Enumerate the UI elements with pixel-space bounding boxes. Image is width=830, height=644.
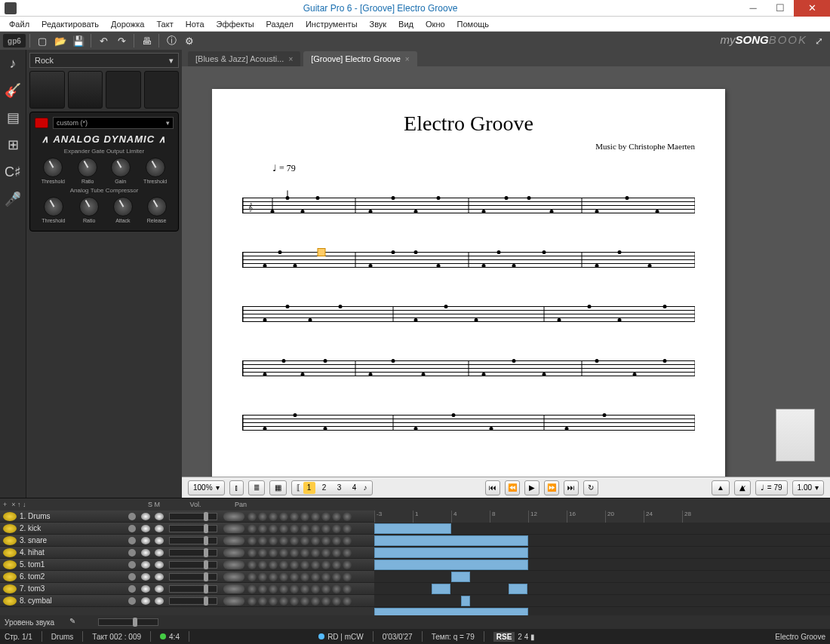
staff-2[interactable]	[242, 238, 695, 283]
eq-knob[interactable]	[258, 548, 267, 557]
pan-knob[interactable]	[223, 596, 244, 606]
solo-button[interactable]	[141, 573, 150, 581]
play-button[interactable]: ▶	[524, 480, 540, 495]
volume-fader[interactable]	[169, 597, 217, 605]
eq-knob[interactable]	[311, 512, 320, 521]
menu-track[interactable]: Дорожка	[105, 18, 150, 30]
knob-threshold-1[interactable]	[43, 158, 63, 177]
eq-knob[interactable]	[332, 536, 341, 545]
track-row[interactable]: 6. tom2	[0, 571, 374, 583]
staff-4[interactable]	[242, 346, 695, 391]
track-color-dot[interactable]	[128, 597, 136, 605]
eq-knob[interactable]	[247, 524, 257, 533]
mute-button[interactable]	[155, 525, 164, 532]
eq-knob[interactable]	[258, 584, 267, 593]
eq-knob[interactable]	[279, 536, 288, 545]
knob-ratio-1[interactable]	[78, 158, 97, 177]
info-icon[interactable]: ⓘ	[163, 33, 180, 48]
close-icon[interactable]: ×	[405, 55, 410, 63]
eq-knob[interactable]	[343, 572, 352, 581]
eq-knob[interactable]	[311, 524, 320, 533]
mixer-icon[interactable]: ⊞	[4, 136, 22, 154]
eq-knob[interactable]	[311, 536, 320, 545]
solo-button[interactable]	[141, 585, 150, 593]
eq-knob[interactable]	[332, 596, 341, 606]
menu-help[interactable]: Помощь	[451, 18, 496, 30]
menu-file[interactable]: Файл	[3, 18, 35, 30]
close-icon[interactable]: ×	[288, 55, 293, 63]
eq-knob[interactable]	[300, 536, 309, 545]
clip[interactable]	[374, 535, 528, 546]
eq-knob[interactable]	[343, 560, 352, 569]
eq-knob[interactable]	[290, 560, 299, 569]
countdown-icon[interactable]: ▲̷	[734, 480, 751, 495]
knob-attack[interactable]	[113, 197, 133, 216]
grid-row[interactable]	[374, 535, 830, 547]
knob-threshold-3[interactable]	[44, 197, 63, 216]
mute-button[interactable]	[155, 549, 164, 557]
eq-knob[interactable]	[258, 596, 267, 606]
pencil-icon[interactable]: ✎	[69, 617, 80, 627]
track-row[interactable]: 4. hihat	[0, 547, 374, 559]
pan-knob[interactable]	[223, 524, 244, 533]
grid-row[interactable]	[374, 595, 830, 607]
volume-fader[interactable]	[169, 549, 217, 557]
eq-knob[interactable]	[269, 524, 278, 533]
arrangement-grid[interactable]: -31481216202428	[374, 511, 830, 615]
bar-navigator[interactable]: ⟦ 1 2 3 4 ♪	[291, 480, 373, 495]
eq-knob[interactable]	[279, 512, 288, 521]
eq-knob[interactable]	[311, 548, 320, 557]
eq-knob[interactable]	[332, 584, 341, 593]
eq-knob[interactable]	[300, 524, 309, 533]
mic-icon[interactable]: 🎤	[4, 190, 22, 208]
pan-knob[interactable]	[223, 560, 244, 569]
track-row[interactable]: 2. kick	[0, 523, 374, 535]
pan-knob[interactable]	[223, 584, 244, 593]
track-color-dot[interactable]	[128, 513, 136, 520]
eq-knob[interactable]	[321, 572, 330, 581]
eq-knob[interactable]	[247, 512, 257, 521]
pan-knob[interactable]	[223, 536, 244, 545]
score-viewport[interactable]: Electro Groove Music by Christophe Maert…	[182, 66, 830, 477]
eq-knob[interactable]	[343, 512, 352, 521]
eq-knob[interactable]	[247, 548, 257, 557]
eq-knob[interactable]	[247, 572, 257, 581]
loop-button[interactable]: ↻	[583, 480, 598, 495]
pedal-icon[interactable]: ▤	[4, 109, 22, 127]
eq-knob[interactable]	[321, 548, 330, 557]
eq-knob[interactable]	[258, 524, 267, 533]
clip[interactable]	[374, 560, 528, 570]
knob-release[interactable]	[147, 197, 167, 216]
fx-preset-select[interactable]: custom (*)▾	[53, 117, 174, 129]
clip[interactable]	[432, 584, 450, 594]
forward-button[interactable]: ⏩	[544, 480, 559, 495]
eq-knob[interactable]	[279, 524, 288, 533]
fx-slot-2[interactable]	[68, 71, 103, 109]
eq-knob[interactable]	[321, 596, 330, 606]
mute-button[interactable]	[155, 561, 164, 569]
clip[interactable]	[509, 584, 527, 594]
speed-field[interactable]: 1.00 ▾	[792, 480, 824, 495]
eq-knob[interactable]	[321, 584, 330, 593]
menu-tools[interactable]: Инструменты	[300, 18, 364, 30]
solo-button[interactable]	[141, 513, 150, 520]
mute-button[interactable]	[155, 537, 164, 544]
close-button[interactable]: ✕	[794, 0, 830, 17]
menu-note[interactable]: Нота	[180, 18, 211, 30]
solo-button[interactable]	[141, 549, 150, 557]
menu-section[interactable]: Раздел	[260, 18, 300, 30]
menu-effects[interactable]: Эффекты	[211, 18, 260, 30]
forward-end-button[interactable]: ⏭	[564, 480, 579, 495]
eq-knob[interactable]	[332, 512, 341, 521]
eq-knob[interactable]	[269, 584, 278, 593]
eq-knob[interactable]	[343, 548, 352, 557]
view-mode-1[interactable]: ⫿	[229, 480, 244, 495]
eq-knob[interactable]	[269, 560, 278, 569]
eq-knob[interactable]	[300, 584, 309, 593]
eq-knob[interactable]	[258, 536, 267, 545]
grid-row[interactable]	[374, 559, 830, 571]
track-row[interactable]: 5. tom1	[0, 559, 374, 571]
eq-knob[interactable]	[258, 572, 267, 581]
eq-knob[interactable]	[321, 512, 330, 521]
solo-button[interactable]	[141, 597, 150, 605]
